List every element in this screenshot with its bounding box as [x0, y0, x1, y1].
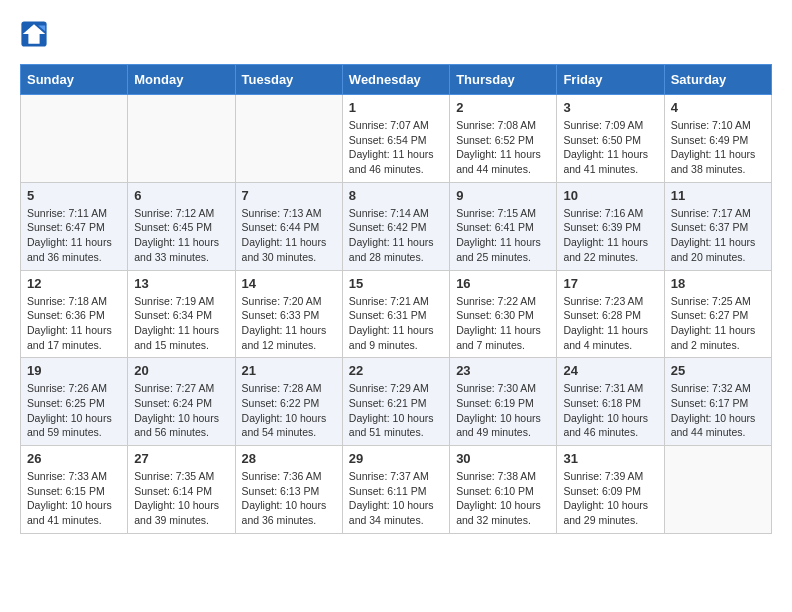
day-info: Sunrise: 7:27 AM Sunset: 6:24 PM Dayligh…: [134, 381, 228, 440]
day-info: Sunrise: 7:35 AM Sunset: 6:14 PM Dayligh…: [134, 469, 228, 528]
calendar-cell: 20Sunrise: 7:27 AM Sunset: 6:24 PM Dayli…: [128, 358, 235, 446]
col-header-wednesday: Wednesday: [342, 65, 449, 95]
day-info: Sunrise: 7:20 AM Sunset: 6:33 PM Dayligh…: [242, 294, 336, 353]
day-number: 4: [671, 100, 765, 115]
day-number: 29: [349, 451, 443, 466]
calendar-cell: 18Sunrise: 7:25 AM Sunset: 6:27 PM Dayli…: [664, 270, 771, 358]
calendar-cell: 19Sunrise: 7:26 AM Sunset: 6:25 PM Dayli…: [21, 358, 128, 446]
calendar: SundayMondayTuesdayWednesdayThursdayFrid…: [20, 64, 772, 534]
day-number: 20: [134, 363, 228, 378]
day-info: Sunrise: 7:25 AM Sunset: 6:27 PM Dayligh…: [671, 294, 765, 353]
day-info: Sunrise: 7:19 AM Sunset: 6:34 PM Dayligh…: [134, 294, 228, 353]
calendar-cell: 28Sunrise: 7:36 AM Sunset: 6:13 PM Dayli…: [235, 446, 342, 534]
day-info: Sunrise: 7:21 AM Sunset: 6:31 PM Dayligh…: [349, 294, 443, 353]
day-info: Sunrise: 7:39 AM Sunset: 6:09 PM Dayligh…: [563, 469, 657, 528]
day-number: 31: [563, 451, 657, 466]
day-number: 6: [134, 188, 228, 203]
col-header-sunday: Sunday: [21, 65, 128, 95]
calendar-cell: 1Sunrise: 7:07 AM Sunset: 6:54 PM Daylig…: [342, 95, 449, 183]
calendar-cell: 26Sunrise: 7:33 AM Sunset: 6:15 PM Dayli…: [21, 446, 128, 534]
calendar-cell: 2Sunrise: 7:08 AM Sunset: 6:52 PM Daylig…: [450, 95, 557, 183]
day-number: 30: [456, 451, 550, 466]
calendar-cell: 31Sunrise: 7:39 AM Sunset: 6:09 PM Dayli…: [557, 446, 664, 534]
day-info: Sunrise: 7:30 AM Sunset: 6:19 PM Dayligh…: [456, 381, 550, 440]
day-info: Sunrise: 7:37 AM Sunset: 6:11 PM Dayligh…: [349, 469, 443, 528]
day-number: 24: [563, 363, 657, 378]
day-info: Sunrise: 7:23 AM Sunset: 6:28 PM Dayligh…: [563, 294, 657, 353]
calendar-cell: 5Sunrise: 7:11 AM Sunset: 6:47 PM Daylig…: [21, 182, 128, 270]
day-number: 7: [242, 188, 336, 203]
day-number: 12: [27, 276, 121, 291]
day-number: 11: [671, 188, 765, 203]
logo: [20, 20, 50, 48]
day-info: Sunrise: 7:16 AM Sunset: 6:39 PM Dayligh…: [563, 206, 657, 265]
calendar-cell: 21Sunrise: 7:28 AM Sunset: 6:22 PM Dayli…: [235, 358, 342, 446]
day-info: Sunrise: 7:38 AM Sunset: 6:10 PM Dayligh…: [456, 469, 550, 528]
calendar-cell: 22Sunrise: 7:29 AM Sunset: 6:21 PM Dayli…: [342, 358, 449, 446]
col-header-saturday: Saturday: [664, 65, 771, 95]
day-number: 5: [27, 188, 121, 203]
calendar-cell: 8Sunrise: 7:14 AM Sunset: 6:42 PM Daylig…: [342, 182, 449, 270]
calendar-cell: 16Sunrise: 7:22 AM Sunset: 6:30 PM Dayli…: [450, 270, 557, 358]
day-info: Sunrise: 7:10 AM Sunset: 6:49 PM Dayligh…: [671, 118, 765, 177]
day-info: Sunrise: 7:12 AM Sunset: 6:45 PM Dayligh…: [134, 206, 228, 265]
calendar-cell: [664, 446, 771, 534]
day-info: Sunrise: 7:09 AM Sunset: 6:50 PM Dayligh…: [563, 118, 657, 177]
day-info: Sunrise: 7:33 AM Sunset: 6:15 PM Dayligh…: [27, 469, 121, 528]
day-number: 16: [456, 276, 550, 291]
logo-icon: [20, 20, 48, 48]
day-info: Sunrise: 7:15 AM Sunset: 6:41 PM Dayligh…: [456, 206, 550, 265]
day-number: 14: [242, 276, 336, 291]
calendar-cell: 24Sunrise: 7:31 AM Sunset: 6:18 PM Dayli…: [557, 358, 664, 446]
calendar-cell: 12Sunrise: 7:18 AM Sunset: 6:36 PM Dayli…: [21, 270, 128, 358]
calendar-cell: 6Sunrise: 7:12 AM Sunset: 6:45 PM Daylig…: [128, 182, 235, 270]
day-info: Sunrise: 7:07 AM Sunset: 6:54 PM Dayligh…: [349, 118, 443, 177]
calendar-cell: [235, 95, 342, 183]
day-number: 15: [349, 276, 443, 291]
day-info: Sunrise: 7:13 AM Sunset: 6:44 PM Dayligh…: [242, 206, 336, 265]
day-number: 22: [349, 363, 443, 378]
day-info: Sunrise: 7:32 AM Sunset: 6:17 PM Dayligh…: [671, 381, 765, 440]
calendar-cell: 14Sunrise: 7:20 AM Sunset: 6:33 PM Dayli…: [235, 270, 342, 358]
col-header-friday: Friday: [557, 65, 664, 95]
day-info: Sunrise: 7:18 AM Sunset: 6:36 PM Dayligh…: [27, 294, 121, 353]
day-info: Sunrise: 7:36 AM Sunset: 6:13 PM Dayligh…: [242, 469, 336, 528]
calendar-cell: 13Sunrise: 7:19 AM Sunset: 6:34 PM Dayli…: [128, 270, 235, 358]
day-info: Sunrise: 7:22 AM Sunset: 6:30 PM Dayligh…: [456, 294, 550, 353]
day-number: 18: [671, 276, 765, 291]
day-info: Sunrise: 7:14 AM Sunset: 6:42 PM Dayligh…: [349, 206, 443, 265]
day-number: 26: [27, 451, 121, 466]
calendar-cell: 9Sunrise: 7:15 AM Sunset: 6:41 PM Daylig…: [450, 182, 557, 270]
day-number: 1: [349, 100, 443, 115]
calendar-cell: [128, 95, 235, 183]
day-info: Sunrise: 7:08 AM Sunset: 6:52 PM Dayligh…: [456, 118, 550, 177]
day-number: 27: [134, 451, 228, 466]
day-number: 2: [456, 100, 550, 115]
day-number: 10: [563, 188, 657, 203]
col-header-monday: Monday: [128, 65, 235, 95]
calendar-cell: [21, 95, 128, 183]
calendar-cell: 11Sunrise: 7:17 AM Sunset: 6:37 PM Dayli…: [664, 182, 771, 270]
day-number: 8: [349, 188, 443, 203]
calendar-cell: 17Sunrise: 7:23 AM Sunset: 6:28 PM Dayli…: [557, 270, 664, 358]
calendar-cell: 29Sunrise: 7:37 AM Sunset: 6:11 PM Dayli…: [342, 446, 449, 534]
day-number: 25: [671, 363, 765, 378]
calendar-cell: 27Sunrise: 7:35 AM Sunset: 6:14 PM Dayli…: [128, 446, 235, 534]
calendar-cell: 25Sunrise: 7:32 AM Sunset: 6:17 PM Dayli…: [664, 358, 771, 446]
calendar-cell: 4Sunrise: 7:10 AM Sunset: 6:49 PM Daylig…: [664, 95, 771, 183]
day-number: 3: [563, 100, 657, 115]
day-number: 21: [242, 363, 336, 378]
day-info: Sunrise: 7:31 AM Sunset: 6:18 PM Dayligh…: [563, 381, 657, 440]
day-number: 28: [242, 451, 336, 466]
col-header-thursday: Thursday: [450, 65, 557, 95]
day-info: Sunrise: 7:28 AM Sunset: 6:22 PM Dayligh…: [242, 381, 336, 440]
calendar-cell: 15Sunrise: 7:21 AM Sunset: 6:31 PM Dayli…: [342, 270, 449, 358]
day-number: 9: [456, 188, 550, 203]
day-number: 23: [456, 363, 550, 378]
day-info: Sunrise: 7:11 AM Sunset: 6:47 PM Dayligh…: [27, 206, 121, 265]
calendar-cell: 10Sunrise: 7:16 AM Sunset: 6:39 PM Dayli…: [557, 182, 664, 270]
col-header-tuesday: Tuesday: [235, 65, 342, 95]
calendar-cell: 7Sunrise: 7:13 AM Sunset: 6:44 PM Daylig…: [235, 182, 342, 270]
day-info: Sunrise: 7:26 AM Sunset: 6:25 PM Dayligh…: [27, 381, 121, 440]
day-info: Sunrise: 7:29 AM Sunset: 6:21 PM Dayligh…: [349, 381, 443, 440]
